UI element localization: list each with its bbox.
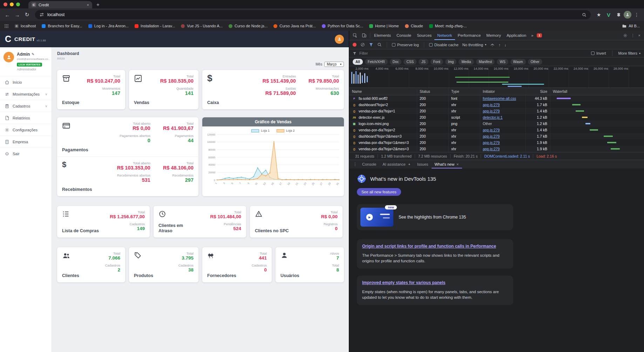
request-initiator-link[interactable]: app.js:279 bbox=[483, 140, 500, 145]
sidebar-item-sair[interactable]: Sair bbox=[0, 147, 52, 159]
sidebar-item-configuracoes[interactable]: Configurações bbox=[0, 124, 52, 136]
network-request-row[interactable]: {} dashboard?loja=2&mes=3 200 xhr app.js… bbox=[349, 133, 644, 139]
bookmark-item[interactable]: Python for Data Sc... bbox=[322, 24, 364, 28]
filter-funnel-icon[interactable] bbox=[369, 42, 373, 47]
drawer-tab-issues[interactable]: Issues bbox=[414, 160, 432, 168]
sidebar-item-empresa[interactable]: Empresa bbox=[0, 136, 52, 147]
column-header-initiator[interactable]: Initiator bbox=[480, 88, 526, 95]
column-header-size[interactable]: Size bbox=[526, 88, 550, 95]
request-initiator-link[interactable]: app.js:279 bbox=[483, 103, 500, 107]
bookmark-item[interactable]: Installation - Larav... bbox=[135, 24, 175, 28]
request-initiator-link[interactable]: Other bbox=[483, 122, 492, 126]
request-initiator-link[interactable]: app.js:279 bbox=[483, 109, 500, 113]
devtools-menu-icon[interactable]: ⋮ bbox=[631, 33, 635, 38]
export-har-icon[interactable]: ↓ bbox=[504, 43, 507, 47]
network-request-row[interactable]: JS detector-exec.js 200 script detector.… bbox=[349, 114, 644, 120]
column-header-status[interactable]: Status bbox=[417, 88, 448, 95]
filter-chip[interactable]: Media bbox=[459, 59, 474, 65]
site-info-icon[interactable] bbox=[39, 12, 44, 17]
request-initiator-link[interactable]: app.js:279 bbox=[483, 128, 500, 132]
devtools-tab[interactable]: Application bbox=[504, 31, 529, 40]
devtools-close-icon[interactable]: × bbox=[638, 33, 640, 37]
devtools-tab[interactable]: Elements bbox=[371, 31, 394, 40]
column-header-name[interactable]: Name bbox=[349, 88, 417, 95]
search-icon[interactable] bbox=[582, 13, 587, 17]
edit-pencil-icon[interactable]: ✎ bbox=[32, 53, 34, 56]
tab-close-icon[interactable]: × bbox=[87, 3, 89, 7]
filter-chip[interactable]: Fetch/XHR bbox=[365, 59, 388, 65]
bookmark-item[interactable]: Curso de Node.js... bbox=[229, 24, 267, 28]
vue-extension-icon[interactable]: V bbox=[604, 12, 613, 18]
sidebar-item-relatorios[interactable]: Relatórios bbox=[0, 112, 52, 124]
play-icon[interactable]: ▶ bbox=[366, 214, 373, 221]
window-zoom-button[interactable] bbox=[16, 2, 20, 6]
request-initiator-link[interactable]: fontawesome-all.css bbox=[483, 96, 516, 101]
bookmark-item[interactable]: C localhost bbox=[15, 24, 36, 28]
bookmark-item[interactable]: Vue JS - Usando A... bbox=[181, 24, 223, 28]
network-request-row[interactable]: ▦ logo-icon-mini.png 200 png Other 1.2 k… bbox=[349, 120, 644, 127]
devtools-tab[interactable]: Performance bbox=[455, 31, 484, 40]
network-request-row[interactable]: {} vendas-por-dia?loja=1&mes=3 200 xhr a… bbox=[349, 139, 644, 146]
apps-grid-icon[interactable] bbox=[4, 24, 9, 28]
section-heading-link[interactable]: Origin and script links for profile and … bbox=[362, 244, 496, 249]
window-close-button[interactable] bbox=[4, 2, 7, 6]
bookmark-star-icon[interactable]: ★ bbox=[594, 12, 603, 18]
network-search-icon[interactable] bbox=[377, 42, 382, 47]
browser-tab[interactable]: C Credit × bbox=[28, 1, 92, 8]
filter-chip[interactable]: CSS bbox=[404, 59, 416, 65]
filter-chip[interactable]: Other bbox=[528, 59, 542, 65]
devtools-settings-gear-icon[interactable] bbox=[623, 33, 628, 38]
disable-cache-checkbox[interactable]: Disable cache bbox=[429, 43, 459, 47]
reload-icon[interactable]: ↻ bbox=[22, 12, 32, 18]
devtools-tab[interactable]: Console bbox=[394, 31, 414, 40]
filter-chip[interactable]: All bbox=[353, 59, 363, 65]
chevron-down-icon[interactable]: ∨ bbox=[45, 92, 47, 96]
filter-chip[interactable]: Font bbox=[431, 59, 443, 65]
request-initiator-link[interactable]: app.js:279 bbox=[483, 147, 500, 151]
filter-chip[interactable]: Doc bbox=[390, 59, 402, 65]
highlights-thumbnail[interactable]: new ▶ bbox=[360, 208, 393, 227]
address-bar[interactable]: localhost bbox=[35, 10, 591, 19]
request-initiator-link[interactable]: detector.js:1 bbox=[483, 115, 503, 119]
legend-loja1[interactable]: Loja 1 bbox=[251, 129, 270, 132]
filter-chip[interactable]: Img bbox=[445, 59, 457, 65]
throttling-select[interactable]: No throttling ▾ bbox=[462, 43, 486, 47]
drawer-tab-console[interactable]: Console bbox=[359, 160, 379, 168]
filter-chip[interactable]: JS bbox=[419, 59, 428, 65]
bookmark-item[interactable]: Log in - Jira Anron... bbox=[88, 24, 129, 28]
bookmark-item[interactable]: Meet: mdg-zfwq-... bbox=[429, 24, 467, 28]
network-request-row[interactable]: {} vendas-por-dia?loja=2 200 xhr app.js:… bbox=[349, 127, 644, 133]
import-har-icon[interactable]: ↑ bbox=[499, 43, 501, 47]
inspect-element-icon[interactable] bbox=[351, 33, 360, 38]
new-tab-button[interactable]: + bbox=[96, 1, 100, 7]
column-header-type[interactable]: Type bbox=[448, 88, 480, 95]
filter-chip[interactable]: WS bbox=[497, 59, 508, 65]
network-filter-input[interactable] bbox=[359, 51, 493, 55]
all-bookmarks-button[interactable]: All B... bbox=[622, 24, 640, 28]
month-select[interactable]: Março ▾ bbox=[324, 62, 344, 67]
invert-filter-checkbox[interactable]: Invert bbox=[591, 51, 606, 55]
drawer-menu-icon[interactable]: ⋮ bbox=[351, 162, 359, 167]
bookmark-item[interactable]: Curso Java na Prát... bbox=[273, 24, 316, 28]
filter-chip[interactable]: Manifest bbox=[476, 59, 495, 65]
sidebar-item-inicio[interactable]: Início bbox=[0, 76, 52, 88]
error-count-badge[interactable]: 1 bbox=[537, 33, 542, 37]
devtools-tab[interactable]: Sources bbox=[414, 31, 434, 40]
request-initiator-link[interactable]: app.js:279 bbox=[483, 134, 500, 138]
record-network-log-button[interactable] bbox=[353, 43, 357, 47]
devtools-tab[interactable]: Network bbox=[434, 31, 455, 40]
drawer-tab-ai-assistance[interactable]: AI assistance bbox=[379, 160, 414, 168]
forward-icon[interactable]: → bbox=[13, 12, 22, 18]
bookmark-item[interactable]: Claude bbox=[405, 24, 423, 28]
window-minimize-button[interactable] bbox=[10, 2, 14, 6]
filter-chip[interactable]: Wasm bbox=[510, 59, 526, 65]
clear-network-log-icon[interactable] bbox=[360, 42, 365, 47]
header-user-avatar[interactable] bbox=[335, 35, 344, 44]
close-icon[interactable]: × bbox=[456, 162, 459, 166]
preserve-log-checkbox[interactable]: Preserve log bbox=[392, 43, 419, 47]
extensions-puzzle-icon[interactable] bbox=[614, 12, 623, 18]
column-header-waterfall[interactable]: Waterfall bbox=[550, 88, 644, 95]
network-overview-timeline[interactable]: 2,000 ms4,000 ms6,000 ms8,000 ms10,000 m… bbox=[349, 66, 644, 88]
see-all-features-button[interactable]: See all new features bbox=[357, 188, 401, 196]
more-filters-button[interactable]: More filters ▾ bbox=[618, 51, 640, 55]
